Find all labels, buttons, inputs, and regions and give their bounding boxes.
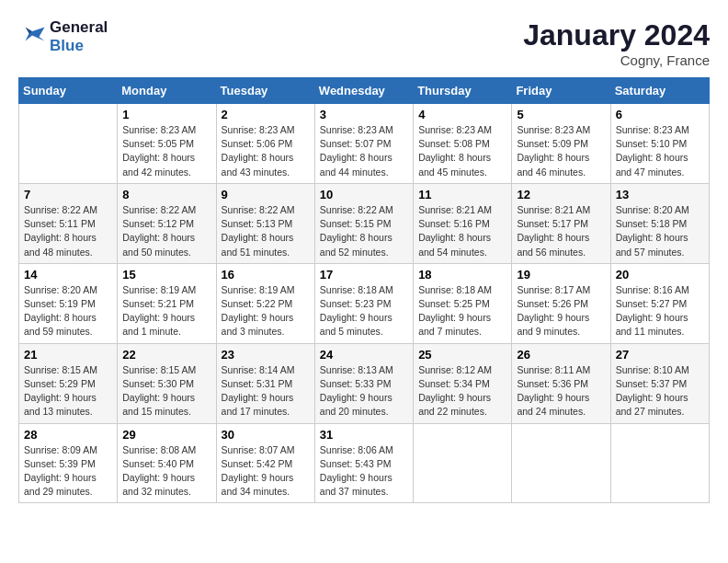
calendar-week-row: 7Sunrise: 8:22 AMSunset: 5:11 PMDaylight… bbox=[19, 183, 710, 263]
day-of-week-header: Monday bbox=[118, 78, 216, 104]
day-number: 30 bbox=[222, 428, 310, 442]
calendar-day-cell: 10Sunrise: 8:22 AMSunset: 5:15 PMDayligh… bbox=[314, 183, 413, 263]
day-info: Sunrise: 8:19 AMSunset: 5:21 PMDaylight:… bbox=[122, 283, 210, 339]
calendar-day-cell: 21Sunrise: 8:15 AMSunset: 5:29 PMDayligh… bbox=[19, 343, 118, 423]
calendar-day-cell: 9Sunrise: 8:22 AMSunset: 5:13 PMDaylight… bbox=[216, 183, 314, 263]
day-info: Sunrise: 8:23 AMSunset: 5:09 PMDaylight:… bbox=[517, 123, 605, 179]
calendar-day-cell: 13Sunrise: 8:20 AMSunset: 5:18 PMDayligh… bbox=[610, 183, 709, 263]
day-number: 8 bbox=[122, 188, 210, 201]
day-number: 13 bbox=[616, 188, 704, 201]
calendar-day-cell: 12Sunrise: 8:21 AMSunset: 5:17 PMDayligh… bbox=[512, 183, 610, 263]
day-info: Sunrise: 8:06 AMSunset: 5:43 PMDaylight:… bbox=[320, 443, 408, 500]
calendar-day-cell: 20Sunrise: 8:16 AMSunset: 5:27 PMDayligh… bbox=[610, 263, 709, 343]
calendar-day-cell bbox=[414, 423, 512, 503]
day-of-week-header: Saturday bbox=[610, 78, 709, 104]
day-number: 22 bbox=[122, 348, 210, 362]
day-number: 16 bbox=[222, 268, 310, 282]
calendar-week-row: 21Sunrise: 8:15 AMSunset: 5:29 PMDayligh… bbox=[19, 343, 710, 423]
day-number: 21 bbox=[24, 348, 112, 362]
day-info: Sunrise: 8:11 AMSunset: 5:36 PMDaylight:… bbox=[517, 363, 605, 419]
day-info: Sunrise: 8:08 AMSunset: 5:40 PMDaylight:… bbox=[122, 443, 210, 500]
day-info: Sunrise: 8:18 AMSunset: 5:25 PMDaylight:… bbox=[418, 283, 506, 339]
calendar-day-cell: 16Sunrise: 8:19 AMSunset: 5:22 PMDayligh… bbox=[216, 263, 314, 343]
calendar-week-row: 28Sunrise: 8:09 AMSunset: 5:39 PMDayligh… bbox=[19, 423, 710, 503]
day-number: 11 bbox=[418, 188, 506, 201]
day-info: Sunrise: 8:23 AMSunset: 5:10 PMDaylight:… bbox=[616, 123, 704, 179]
day-info: Sunrise: 8:22 AMSunset: 5:12 PMDaylight:… bbox=[122, 203, 210, 259]
day-number: 18 bbox=[418, 268, 506, 282]
day-info: Sunrise: 8:15 AMSunset: 5:29 PMDaylight:… bbox=[24, 363, 112, 419]
day-info: Sunrise: 8:12 AMSunset: 5:34 PMDaylight:… bbox=[418, 363, 506, 419]
day-number: 19 bbox=[517, 268, 605, 282]
title-block: January 2024 Cogny, France bbox=[523, 18, 710, 68]
day-number: 28 bbox=[24, 428, 112, 442]
day-info: Sunrise: 8:14 AMSunset: 5:31 PMDaylight:… bbox=[222, 363, 310, 419]
calendar-day-cell: 6Sunrise: 8:23 AMSunset: 5:10 PMDaylight… bbox=[610, 104, 709, 184]
day-number: 24 bbox=[320, 348, 408, 362]
day-number: 4 bbox=[418, 108, 506, 121]
day-number: 7 bbox=[24, 188, 112, 201]
calendar-day-cell: 3Sunrise: 8:23 AMSunset: 5:07 PMDaylight… bbox=[314, 104, 413, 184]
calendar-day-cell: 17Sunrise: 8:18 AMSunset: 5:23 PMDayligh… bbox=[314, 263, 413, 343]
day-info: Sunrise: 8:10 AMSunset: 5:37 PMDaylight:… bbox=[616, 363, 704, 419]
calendar-day-cell: 1Sunrise: 8:23 AMSunset: 5:05 PMDaylight… bbox=[118, 104, 216, 184]
day-info: Sunrise: 8:22 AMSunset: 5:13 PMDaylight:… bbox=[222, 203, 310, 259]
day-number: 25 bbox=[418, 348, 506, 362]
day-info: Sunrise: 8:20 AMSunset: 5:18 PMDaylight:… bbox=[616, 203, 704, 259]
day-info: Sunrise: 8:07 AMSunset: 5:42 PMDaylight:… bbox=[222, 443, 310, 500]
day-number: 1 bbox=[122, 108, 210, 121]
day-info: Sunrise: 8:23 AMSunset: 5:06 PMDaylight:… bbox=[222, 123, 310, 179]
calendar-day-cell: 15Sunrise: 8:19 AMSunset: 5:21 PMDayligh… bbox=[118, 263, 216, 343]
day-number: 3 bbox=[320, 108, 408, 121]
day-number: 10 bbox=[320, 188, 408, 201]
calendar-day-cell: 24Sunrise: 8:13 AMSunset: 5:33 PMDayligh… bbox=[314, 343, 413, 423]
calendar-day-cell bbox=[610, 423, 709, 503]
day-number: 27 bbox=[616, 348, 704, 362]
day-of-week-header: Friday bbox=[512, 78, 610, 104]
calendar-day-cell: 7Sunrise: 8:22 AMSunset: 5:11 PMDaylight… bbox=[19, 183, 118, 263]
day-number: 12 bbox=[517, 188, 605, 201]
day-info: Sunrise: 8:23 AMSunset: 5:05 PMDaylight:… bbox=[122, 123, 210, 179]
day-number: 14 bbox=[24, 268, 112, 282]
day-number: 20 bbox=[616, 268, 704, 282]
day-number: 5 bbox=[517, 108, 605, 121]
logo: General Blue bbox=[18, 18, 108, 55]
day-info: Sunrise: 8:22 AMSunset: 5:15 PMDaylight:… bbox=[320, 203, 408, 259]
calendar-table: SundayMondayTuesdayWednesdayThursdayFrid… bbox=[18, 77, 710, 503]
calendar-day-cell: 8Sunrise: 8:22 AMSunset: 5:12 PMDaylight… bbox=[118, 183, 216, 263]
day-info: Sunrise: 8:13 AMSunset: 5:33 PMDaylight:… bbox=[320, 363, 408, 419]
calendar-day-cell: 29Sunrise: 8:08 AMSunset: 5:40 PMDayligh… bbox=[118, 423, 216, 503]
day-info: Sunrise: 8:09 AMSunset: 5:39 PMDaylight:… bbox=[24, 443, 112, 500]
day-info: Sunrise: 8:19 AMSunset: 5:22 PMDaylight:… bbox=[222, 283, 310, 339]
calendar-day-cell: 30Sunrise: 8:07 AMSunset: 5:42 PMDayligh… bbox=[216, 423, 314, 503]
calendar-day-cell: 22Sunrise: 8:15 AMSunset: 5:30 PMDayligh… bbox=[118, 343, 216, 423]
day-number: 31 bbox=[320, 428, 408, 442]
calendar-day-cell: 28Sunrise: 8:09 AMSunset: 5:39 PMDayligh… bbox=[19, 423, 118, 503]
day-number: 23 bbox=[222, 348, 310, 362]
month-title: January 2024 bbox=[523, 18, 710, 52]
day-info: Sunrise: 8:18 AMSunset: 5:23 PMDaylight:… bbox=[320, 283, 408, 339]
day-number: 9 bbox=[222, 188, 310, 201]
day-number: 15 bbox=[122, 268, 210, 282]
calendar-day-cell: 26Sunrise: 8:11 AMSunset: 5:36 PMDayligh… bbox=[512, 343, 610, 423]
day-info: Sunrise: 8:16 AMSunset: 5:27 PMDaylight:… bbox=[616, 283, 704, 339]
day-of-week-header: Sunday bbox=[19, 78, 118, 104]
calendar-day-cell bbox=[512, 423, 610, 503]
calendar-day-cell bbox=[19, 104, 118, 184]
day-info: Sunrise: 8:21 AMSunset: 5:17 PMDaylight:… bbox=[517, 203, 605, 259]
day-of-week-header: Tuesday bbox=[216, 78, 314, 104]
day-of-week-header: Wednesday bbox=[314, 78, 413, 104]
day-info: Sunrise: 8:15 AMSunset: 5:30 PMDaylight:… bbox=[122, 363, 210, 419]
day-number: 2 bbox=[222, 108, 310, 121]
calendar-header-row: SundayMondayTuesdayWednesdayThursdayFrid… bbox=[19, 78, 710, 104]
day-number: 29 bbox=[122, 428, 210, 442]
calendar-day-cell: 11Sunrise: 8:21 AMSunset: 5:16 PMDayligh… bbox=[414, 183, 512, 263]
calendar-day-cell: 25Sunrise: 8:12 AMSunset: 5:34 PMDayligh… bbox=[414, 343, 512, 423]
calendar-day-cell: 4Sunrise: 8:23 AMSunset: 5:08 PMDaylight… bbox=[414, 104, 512, 184]
day-info: Sunrise: 8:17 AMSunset: 5:26 PMDaylight:… bbox=[517, 283, 605, 339]
logo-icon bbox=[18, 26, 46, 48]
day-number: 6 bbox=[616, 108, 704, 121]
location: Cogny, France bbox=[523, 52, 710, 68]
day-info: Sunrise: 8:23 AMSunset: 5:07 PMDaylight:… bbox=[320, 123, 408, 179]
day-number: 17 bbox=[320, 268, 408, 282]
